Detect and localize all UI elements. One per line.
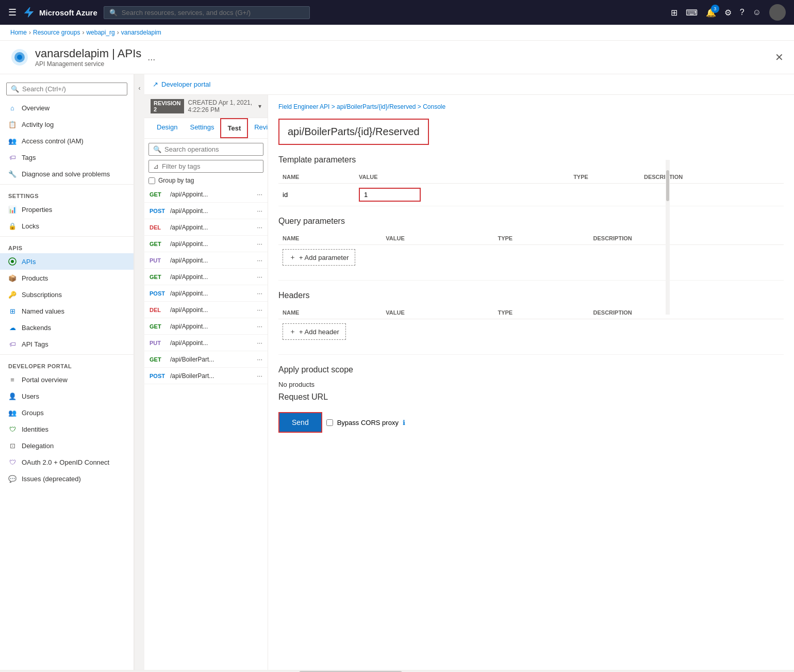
global-search-input[interactable]	[122, 9, 304, 17]
param-value-id[interactable]	[359, 188, 421, 202]
op-item-4[interactable]: PUT /api/Appoint... ···	[144, 252, 268, 269]
tab-test[interactable]: Test	[220, 118, 248, 138]
sidebar-item-named-values[interactable]: ⊞ Named values	[0, 303, 134, 319]
sidebar-item-subscriptions[interactable]: 🔑 Subscriptions	[0, 286, 134, 303]
group-by-tag-checkbox[interactable]	[148, 177, 155, 184]
sidebar-item-locks[interactable]: 🔒 Locks	[0, 218, 134, 234]
col-name-1: NAME	[278, 171, 355, 184]
tab-design[interactable]: Design	[151, 118, 184, 138]
sidebar-item-portal-overview[interactable]: ≡ Portal overview	[0, 371, 134, 388]
svg-point-2	[17, 55, 22, 60]
add-header-label: + Add header	[299, 328, 339, 336]
op-dots-8[interactable]: ···	[257, 322, 262, 330]
op-item-2[interactable]: DEL /api/Appoint... ···	[144, 219, 268, 236]
qcol-value: VALUE	[382, 232, 493, 245]
op-dots-4[interactable]: ···	[257, 256, 262, 264]
sidebar-label-overview: Overview	[22, 104, 49, 112]
param-name-id: id	[278, 184, 355, 206]
breadcrumb-home[interactable]: Home	[10, 29, 27, 36]
op-dots-3[interactable]: ···	[257, 240, 262, 248]
ops-search-input[interactable]	[164, 145, 259, 153]
sidebar-item-overview[interactable]: ⌂ Overview	[0, 100, 134, 116]
hamburger-icon[interactable]: ☰	[8, 7, 16, 18]
sidebar-item-properties[interactable]: 📊 Properties	[0, 201, 134, 218]
dashboard-icon[interactable]: ⊞	[671, 8, 677, 18]
sidebar-item-tags[interactable]: 🏷 Tags	[0, 149, 134, 166]
op-method-1: POST	[150, 208, 166, 214]
op-item-8[interactable]: GET /api/Appoint... ···	[144, 318, 268, 335]
send-button[interactable]: Send	[278, 412, 322, 433]
sidebar-item-iam[interactable]: 👥 Access control (IAM)	[0, 133, 134, 149]
revision-dropdown-icon[interactable]: ▾	[258, 103, 261, 110]
op-item-3[interactable]: GET /api/Appoint... ···	[144, 236, 268, 252]
breadcrumb-webapi-rg[interactable]: webapi_rg	[86, 29, 114, 36]
help-icon[interactable]: ?	[740, 8, 745, 17]
group-by-tag-label: Group by tag	[158, 177, 194, 184]
operations-panel: REVISION 2 CREATED Apr 1, 2021, 4:22:26 …	[144, 95, 268, 670]
send-row: Send Bypass CORS proxy ℹ	[278, 412, 784, 433]
op-item-6[interactable]: POST /api/Appoint... ···	[144, 285, 268, 302]
breadcrumb-vanarsdelapim[interactable]: vanarsdelapim	[121, 29, 161, 36]
sidebar-item-identities[interactable]: 🛡 Identities	[0, 421, 134, 437]
sidebar-label-named-values: Named values	[22, 307, 64, 315]
sidebar-collapse-handle[interactable]: ‹	[134, 74, 144, 670]
op-item-10[interactable]: GET /api/BoilerPart... ···	[144, 351, 268, 368]
settings-icon[interactable]: ⚙	[724, 8, 732, 18]
op-dots-5[interactable]: ···	[257, 273, 262, 281]
api-tabs: Design Settings Test Revisions Change lo…	[144, 118, 268, 139]
op-dots-11[interactable]: ···	[257, 372, 262, 380]
op-dots-7[interactable]: ···	[257, 306, 262, 314]
group-by-tag-row: Group by tag	[144, 175, 268, 186]
sidebar-divider-1	[0, 184, 134, 185]
sidebar-item-api-tags[interactable]: 🏷 API Tags	[0, 336, 134, 352]
op-item-7[interactable]: DEL /api/Appoint... ···	[144, 302, 268, 318]
op-dots-1[interactable]: ···	[257, 207, 262, 215]
sidebar-item-apis[interactable]: APIs	[0, 253, 134, 270]
sidebar-item-diagnose[interactable]: 🔧 Diagnose and solve problems	[0, 166, 134, 182]
more-options-button[interactable]: ...	[147, 52, 155, 63]
sidebar-item-backends[interactable]: ☁ Backends	[0, 319, 134, 336]
add-header-button[interactable]: ＋ + Add header	[283, 323, 346, 340]
op-dots-0[interactable]: ···	[257, 190, 262, 198]
add-header-row: ＋ + Add header	[278, 319, 784, 355]
op-dots-9[interactable]: ···	[257, 339, 262, 347]
add-param-button[interactable]: ＋ + Add parameter	[283, 249, 355, 266]
notification-badge: 3	[711, 5, 719, 13]
op-dots-6[interactable]: ···	[257, 289, 262, 297]
sidebar-label-backends: Backends	[22, 324, 51, 332]
user-avatar[interactable]	[769, 4, 786, 21]
global-search-box: 🔍	[104, 6, 310, 19]
ops-filter-input[interactable]	[162, 162, 259, 170]
sidebar-label-users: Users	[22, 392, 39, 400]
console-breadcrumb: Field Engineer API > api/BoilerParts/{id…	[278, 103, 784, 110]
op-dots-2[interactable]: ···	[257, 223, 262, 231]
breadcrumb-resource-groups[interactable]: Resource groups	[33, 29, 80, 36]
sidebar-item-issues[interactable]: 💬 Issues (deprecated)	[0, 470, 134, 487]
dev-portal-link[interactable]: ↗ Developer portal	[144, 76, 219, 92]
sidebar-item-oauth[interactable]: 🛡 OAuth 2.0 + OpenID Connect	[0, 454, 134, 470]
op-item-0[interactable]: GET /api/Appoint... ···	[144, 186, 268, 203]
sidebar-item-delegation[interactable]: ⊡ Delegation	[0, 437, 134, 454]
sidebar-item-activity-log[interactable]: 📋 Activity log	[0, 116, 134, 133]
op-item-11[interactable]: POST /api/BoilerPart... ···	[144, 368, 268, 384]
op-method-4: PUT	[150, 257, 166, 264]
info-icon[interactable]: ℹ	[403, 419, 405, 427]
op-item-1[interactable]: POST /api/Appoint... ···	[144, 203, 268, 219]
cloud-shell-icon[interactable]: ⌨	[686, 8, 698, 18]
bypass-cors-checkbox[interactable]	[326, 419, 333, 426]
close-button[interactable]: ✕	[775, 51, 784, 63]
sidebar-item-users[interactable]: 👤 Users	[0, 388, 134, 404]
sidebar-item-products[interactable]: 📦 Products	[0, 270, 134, 286]
filter-icon: ⊿	[153, 162, 159, 170]
sidebar-search-input[interactable]	[22, 85, 123, 93]
tab-settings[interactable]: Settings	[184, 118, 220, 138]
op-dots-10[interactable]: ···	[257, 355, 262, 363]
notifications-icon[interactable]: 🔔 3	[706, 8, 716, 18]
op-item-5[interactable]: GET /api/Appoint... ···	[144, 269, 268, 285]
op-path-10: /api/BoilerPart...	[170, 356, 253, 363]
sidebar-item-groups[interactable]: 👥 Groups	[0, 404, 134, 421]
op-item-9[interactable]: PUT /api/Appoint... ···	[144, 335, 268, 351]
sidebar-label-products: Products	[22, 274, 48, 282]
api-endpoint-box: api/BoilerParts/{id}/Reserved	[278, 119, 429, 145]
feedback-icon[interactable]: ☺	[753, 8, 761, 17]
